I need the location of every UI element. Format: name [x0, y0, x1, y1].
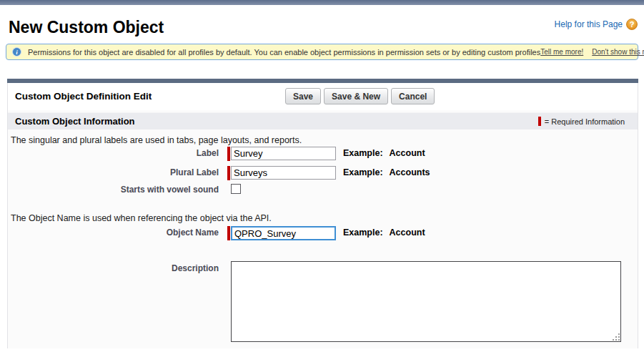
plural-label-example: Example: Accounts: [343, 166, 430, 180]
plural-label-field-label: Plural Label: [8, 167, 219, 177]
example-label: Example:: [343, 147, 383, 160]
save-button[interactable]: Save: [285, 88, 321, 104]
required-legend-text: = Required Information: [545, 117, 625, 126]
label-example: Example: Account: [343, 147, 425, 160]
help-question-icon[interactable]: ?: [626, 19, 638, 30]
description-textarea[interactable]: [231, 261, 621, 342]
object-name-input[interactable]: [231, 226, 336, 240]
top-slate-bar: [0, 0, 644, 5]
description-field-label: Description: [8, 263, 219, 273]
plural-label-input[interactable]: [231, 166, 336, 180]
info-icon: i: [12, 47, 21, 57]
banner-message: Permissions for this object are disabled…: [28, 48, 540, 57]
banner-links: Tell me more! Don't show this message ag…: [540, 48, 644, 56]
page-title: New Custom Object: [9, 18, 164, 37]
tell-me-more-link[interactable]: Tell me more!: [540, 48, 583, 56]
object-name-field-label: Object Name: [8, 228, 219, 238]
subheader-title: Custom Object Information: [15, 116, 135, 127]
label-input[interactable]: [231, 147, 336, 160]
vowel-sound-label: Starts with vowel sound: [8, 185, 219, 195]
required-bar-icon: [538, 117, 541, 126]
example-value: Accounts: [390, 166, 430, 180]
example-value: Account: [390, 226, 425, 240]
section-header: Custom Object Definition Edit Save Save …: [8, 83, 638, 110]
label-field-label: Label: [8, 148, 219, 158]
example-label: Example:: [343, 226, 383, 240]
example-label: Example:: [343, 166, 383, 180]
section-title: Custom Object Definition Edit: [15, 91, 152, 102]
help-for-this-page-link[interactable]: Help for this Page: [555, 19, 623, 29]
required-bar-icon: [227, 147, 230, 161]
form-body: The singular and plural labels are used …: [8, 129, 638, 348]
cancel-button[interactable]: Cancel: [391, 88, 435, 104]
save-and-new-button[interactable]: Save & New: [324, 88, 388, 104]
required-legend: = Required Information: [538, 117, 625, 126]
help-area: Help for this Page ?: [555, 19, 638, 30]
custom-object-edit-section: Custom Object Definition Edit Save Save …: [7, 79, 638, 348]
permissions-info-banner: i Permissions for this object are disabl…: [6, 44, 638, 60]
intro-api-text: The Object Name is used when referencing…: [11, 213, 272, 223]
dont-show-message-link[interactable]: Don't show this message again: [592, 48, 644, 56]
vowel-sound-checkbox[interactable]: [231, 184, 241, 194]
required-bar-icon: [227, 166, 230, 180]
button-group: Save Save & New Cancel: [285, 88, 435, 104]
required-bar-icon: [227, 226, 230, 240]
subheader-bar: Custom Object Information = Required Inf…: [8, 112, 638, 129]
example-value: Account: [390, 147, 425, 160]
intro-labels-text: The singular and plural labels are used …: [11, 135, 302, 145]
object-name-example: Example: Account: [343, 226, 425, 240]
